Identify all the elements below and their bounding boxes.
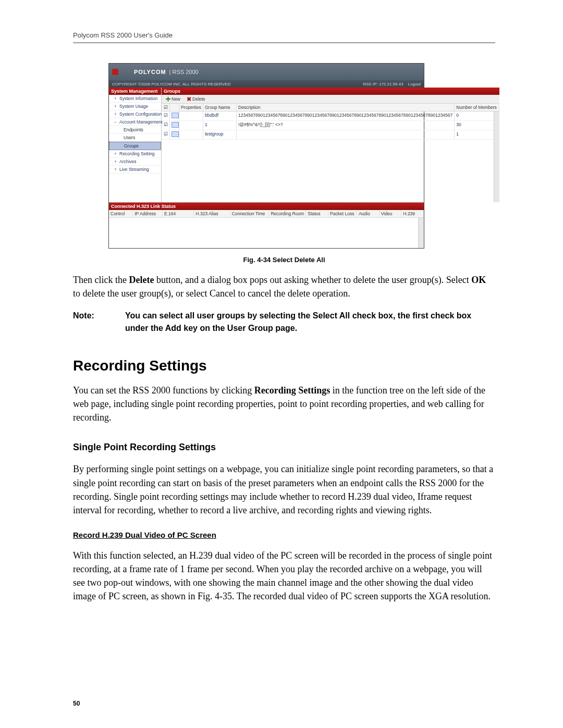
row-description: 1234567890123456789012345678901234567890…	[237, 112, 455, 120]
table-row[interactable]: ☑bbdbdf123456789012345678901234567890123…	[162, 112, 499, 121]
link-col-connection-time[interactable]: Connection Time	[230, 210, 270, 217]
paragraph-1: Then click the Delete button, and a dial…	[73, 273, 495, 300]
delete-button-label: Delete	[192, 96, 205, 102]
row-edit-button[interactable]	[170, 130, 179, 139]
nav-item-groups[interactable]: Groups	[109, 142, 161, 150]
note-label: Note:	[73, 310, 125, 335]
col-properties: Properties	[179, 104, 203, 111]
nav-item-endpoints[interactable]: Endpoints	[109, 126, 161, 134]
app-screenshot: POLYCOM | RSS 2000 COPYRIGHT ©2006 POLYC…	[108, 63, 424, 249]
row-members: 1	[455, 130, 499, 139]
link-col-recording-room[interactable]: Recording Room	[269, 210, 306, 217]
row-members: 30	[455, 121, 499, 130]
row-group-name: 1	[203, 121, 237, 130]
nav-item-users[interactable]: Users	[109, 134, 161, 142]
link-col-packet-loss[interactable]: Packet Loss	[328, 210, 357, 217]
main-panel: Groups New ✖ Delete ☑ Properties Group	[162, 88, 499, 202]
page-header: Polycom RSS 2000 User's Guide	[73, 31, 495, 43]
new-button[interactable]: New	[164, 96, 182, 102]
groups-panel-header: Groups	[162, 88, 499, 95]
row-edit-button[interactable]	[170, 121, 179, 130]
link-col-status[interactable]: Status	[306, 210, 328, 217]
delete-button[interactable]: ✖ Delete	[185, 96, 207, 102]
brand-text: POLYCOM	[134, 69, 166, 75]
row-checkbox[interactable]: ☑	[162, 121, 170, 130]
row-edit-button[interactable]	[170, 112, 179, 120]
col-group-name[interactable]: Group Name	[203, 104, 237, 111]
grid-scrollbar[interactable]	[494, 112, 499, 202]
paragraph-4: With this function selected, an H.239 du…	[73, 549, 495, 603]
new-button-label: New	[172, 96, 180, 102]
paragraph-2: You can set the RSS 2000 functions by cl…	[73, 384, 495, 424]
rss-ip-label: RSS IP: 172.21.99.43	[363, 82, 403, 87]
copyright-text: COPYRIGHT ©2006 POLYCOM INC. ALL RIGHTS …	[112, 82, 230, 87]
page-number: 50	[73, 700, 80, 707]
row-description	[237, 130, 455, 139]
logout-link[interactable]: Logout	[408, 82, 421, 87]
heading-recording-settings: Recording Settings	[73, 357, 495, 374]
link-col-audio[interactable]: Audio	[357, 210, 380, 217]
select-all-checkbox[interactable]: ☑	[162, 104, 170, 111]
nav-tree: System Management +System Information+Sy…	[109, 88, 162, 202]
nav-item-archives[interactable]: +Archives	[109, 158, 161, 166]
edit-icon	[172, 122, 179, 128]
grid-header: ☑ Properties Group Name Description Numb…	[162, 104, 499, 112]
link-status-body	[109, 218, 424, 248]
paragraph-3: By performing single point settings on a…	[73, 462, 495, 516]
note-text: You can select all user groups by select…	[125, 310, 495, 335]
product-text: | RSS 2000	[169, 69, 199, 75]
row-checkbox[interactable]: ☑	[162, 130, 170, 139]
delete-x-icon: ✖	[187, 97, 191, 102]
link-status-columns: ControlIP AddressE.164H.323 AliasConnect…	[109, 210, 424, 218]
edit-icon	[172, 131, 179, 137]
nav-item-system-information[interactable]: +System Information	[109, 95, 161, 103]
grid-body: ☑bbdbdf123456789012345678901234567890123…	[162, 112, 499, 202]
row-group-name: testgroup	[203, 130, 237, 139]
link-status-panel: Connected H.323 Link Status ControlIP Ad…	[109, 202, 424, 248]
nav-item-live-streaming[interactable]: +Live Streaming	[109, 166, 161, 174]
nav-item-recording-setting[interactable]: +Recording Setting	[109, 150, 161, 158]
heading-single-point: Single Point Recording Settings	[73, 442, 495, 453]
link-col-control[interactable]: Control	[109, 210, 133, 217]
figure-caption: Fig. 4-34 Select Delete All	[73, 256, 495, 264]
edit-column-header	[170, 104, 179, 111]
row-members: 0	[455, 112, 499, 120]
app-banner: POLYCOM | RSS 2000	[109, 64, 424, 80]
link-col-h-239[interactable]: H.239	[401, 210, 424, 217]
note-block: Note: You can select all user groups by …	[73, 310, 495, 335]
link-col-e-164[interactable]: E.164	[163, 210, 194, 217]
nav-item-system-usage[interactable]: +System Usage	[109, 103, 161, 110]
plus-icon	[166, 97, 170, 102]
toolbar: New ✖ Delete	[162, 95, 499, 104]
row-checkbox[interactable]: ☑	[162, 112, 170, 120]
app-subbar: COPYRIGHT ©2006 POLYCOM INC. ALL RIGHTS …	[109, 80, 424, 88]
row-group-name: bbdbdf	[203, 112, 237, 120]
polycom-logo-icon	[112, 69, 118, 75]
nav-item-account-management[interactable]: −Account Management	[109, 118, 161, 126]
heading-h239: Record H.239 Dual Video of PC Screen	[73, 530, 495, 539]
link-status-header: Connected H.323 Link Status	[109, 203, 424, 210]
document-page: Polycom RSS 2000 User's Guide POLYCOM | …	[0, 0, 563, 728]
table-row[interactable]: ☑1!@#$%^&*()_[]{}":' <>?30	[162, 121, 499, 130]
row-description: !@#$%^&*()_[]{}":' <>?	[237, 121, 455, 130]
link-status-scrollbar[interactable]	[418, 218, 424, 248]
link-col-h-323-alias[interactable]: H.323 Alias	[194, 210, 230, 217]
col-description[interactable]: Description	[237, 104, 455, 111]
nav-item-system-configuration[interactable]: +System Configuration	[109, 110, 161, 118]
col-members[interactable]: Number of Members	[455, 104, 499, 111]
table-row[interactable]: ☑testgroup1	[162, 130, 499, 140]
link-col-ip-address[interactable]: IP Address	[133, 210, 163, 217]
nav-tree-header: System Management	[109, 88, 161, 95]
edit-icon	[172, 113, 179, 118]
link-col-video[interactable]: Video	[380, 210, 402, 217]
